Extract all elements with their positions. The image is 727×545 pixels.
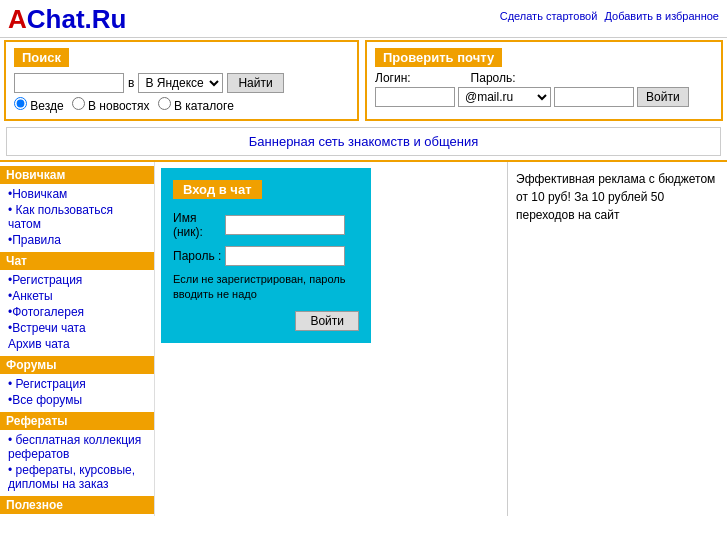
sidebar-link-all-forums[interactable]: •Все форумы <box>0 392 154 408</box>
sidebar-link-refs-order[interactable]: • рефераты, курсовые, дипломы на заказ <box>0 462 154 492</box>
sidebar-link-archive[interactable]: Архив чата <box>0 336 154 352</box>
banner-section: Баннерная сеть знакомств и общения <box>6 127 721 156</box>
search-radios: Везде В новостях В каталоге <box>14 97 349 113</box>
logo: AChat.Ru <box>8 4 126 35</box>
email-password-input[interactable] <box>554 87 634 107</box>
search-engine-select[interactable]: В Яндексе В Гугле В Mail.ru <box>138 73 223 93</box>
email-form-inputs: @mail.ru @yandex.ru @gmail.com Войти <box>375 87 713 107</box>
chat-name-row: Имя(ник): <box>173 211 359 240</box>
make-start-link[interactable]: Сделать стартовой <box>500 10 598 22</box>
radio-catalog[interactable]: В каталоге <box>158 97 234 113</box>
sidebar-title-useful: Полезное <box>0 496 154 514</box>
chat-pass-label: Пароль : <box>173 249 221 263</box>
login-label: Логин: <box>375 71 411 85</box>
search-in-label: в <box>128 76 134 90</box>
logo-a: A <box>8 4 27 34</box>
sidebar-link-photo[interactable]: •Фотогалерея <box>0 304 154 320</box>
domain-select[interactable]: @mail.ru @yandex.ru @gmail.com <box>458 87 551 107</box>
sidebar-link-ankety[interactable]: •Анкеты <box>0 288 154 304</box>
ad-text: Эффективная реклама с бюджетом от 10 руб… <box>516 170 719 224</box>
sidebar-link-meetings[interactable]: •Встречи чата <box>0 320 154 336</box>
login-input[interactable] <box>375 87 455 107</box>
sidebar-link-free-refs[interactable]: • бесплатная коллекция рефератов <box>0 432 154 462</box>
search-block: Поиск в В Яндексе В Гугле В Mail.ru Найт… <box>4 40 359 121</box>
password-label: Пароль: <box>471 71 516 85</box>
radio-everywhere[interactable]: Везде <box>14 97 64 113</box>
center-content: Вход в чат Имя(ник): Пароль : Если не за… <box>155 162 507 516</box>
right-ad-content: Эффективная реклама с бюджетом от 10 руб… <box>507 162 727 516</box>
sidebar-section-referaty: Рефераты • бесплатная коллекция реферато… <box>0 412 154 492</box>
sidebar-link-forum-reg[interactable]: • Регистрация <box>0 376 154 392</box>
banner-link[interactable]: Баннерная сеть знакомств и общения <box>249 134 478 149</box>
search-input[interactable] <box>14 73 124 93</box>
search-row: в В Яндексе В Гугле В Mail.ru Найти <box>14 73 349 93</box>
sidebar-title-novice: Новичкам <box>0 166 154 184</box>
add-fav-link[interactable]: Добавить в избранное <box>604 10 719 22</box>
chat-name-input[interactable] <box>225 215 345 235</box>
check-email-block: Проверить почту Логин: Пароль: @mail.ru … <box>365 40 723 121</box>
sidebar-title-referaty: Рефераты <box>0 412 154 430</box>
search-button[interactable]: Найти <box>227 73 283 93</box>
top-bar: Поиск в В Яндексе В Гугле В Mail.ru Найт… <box>0 38 727 123</box>
sidebar-link-how[interactable]: • Как пользоваться чатом <box>0 202 154 232</box>
sidebar-section-novice: Новичкам •Новичкам • Как пользоваться ча… <box>0 166 154 248</box>
email-labels: Логин: Пароль: <box>375 71 713 85</box>
chat-pass-input[interactable] <box>225 246 345 266</box>
sidebar-link-rules[interactable]: •Правила <box>0 232 154 248</box>
email-login-button[interactable]: Войти <box>637 87 689 107</box>
radio-news[interactable]: В новостях <box>72 97 150 113</box>
chat-login-box: Вход в чат Имя(ник): Пароль : Если не за… <box>161 168 371 343</box>
chat-name-label: Имя(ник): <box>173 211 221 240</box>
logo-rest: Chat.Ru <box>27 4 127 34</box>
chat-hint: Если не зарегистрирован, пароль вводить … <box>173 272 359 303</box>
sidebar-section-useful: Полезное <box>0 496 154 514</box>
search-title: Поиск <box>14 48 69 67</box>
chat-login-button[interactable]: Войти <box>295 311 359 331</box>
header-links: Сделать стартовой Добавить в избранное <box>500 10 719 22</box>
sidebar-section-chat: Чат •Регистрация •Анкеты •Фотогалерея •В… <box>0 252 154 352</box>
header: AChat.Ru Сделать стартовой Добавить в из… <box>0 0 727 38</box>
sidebar-link-novice[interactable]: •Новичкам <box>0 186 154 202</box>
sidebar-section-forums: Форумы • Регистрация •Все форумы <box>0 356 154 408</box>
sidebar: Новичкам •Новичкам • Как пользоваться ча… <box>0 162 155 516</box>
check-email-title: Проверить почту <box>375 48 502 67</box>
sidebar-link-register[interactable]: •Регистрация <box>0 272 154 288</box>
chat-box-title: Вход в чат <box>173 180 262 199</box>
sidebar-title-chat: Чат <box>0 252 154 270</box>
sidebar-title-forums: Форумы <box>0 356 154 374</box>
main-content: Новичкам •Новичкам • Как пользоваться ча… <box>0 160 727 516</box>
chat-pass-row: Пароль : <box>173 246 359 266</box>
